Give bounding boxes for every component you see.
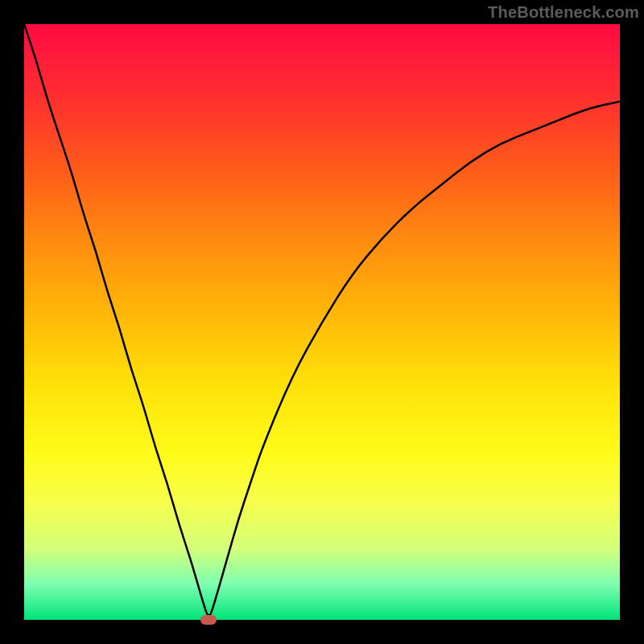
- bottleneck-curve: [24, 24, 620, 615]
- chart-frame: TheBottleneck.com: [0, 0, 644, 644]
- watermark-text: TheBottleneck.com: [488, 3, 639, 22]
- plot-area: [24, 24, 620, 620]
- minimum-marker: [200, 615, 217, 625]
- curve-layer: [24, 24, 620, 620]
